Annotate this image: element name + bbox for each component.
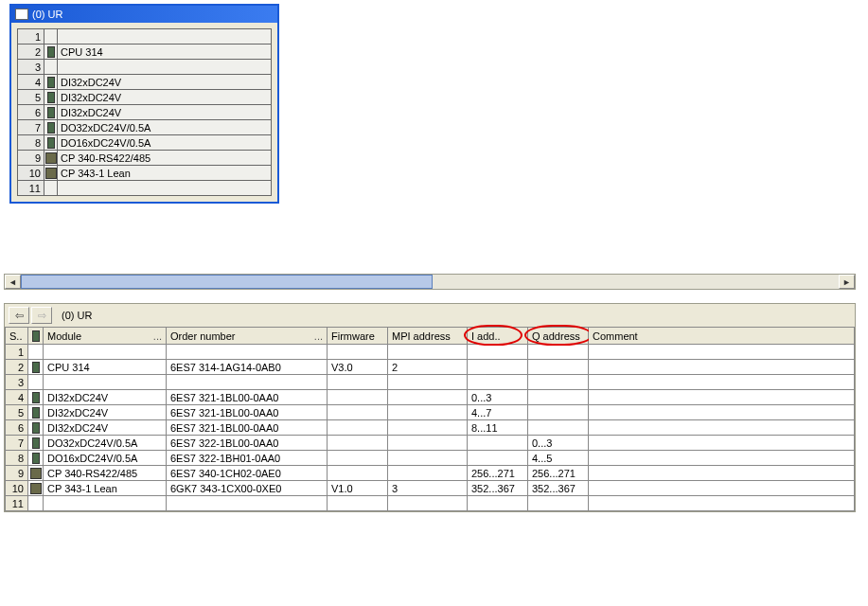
cell-firmware: [328, 451, 388, 466]
rack-row[interactable]: 11: [18, 181, 272, 196]
rack-row[interactable]: 8DO16xDC24V/0.5A: [18, 135, 272, 151]
detail-row[interactable]: 6DI32xDC24V6ES7 321-1BL00-0AA08...11: [6, 420, 855, 436]
cell-q-address: 352...367: [528, 481, 589, 496]
detail-table[interactable]: S.. Module... Order number... Firmware M…: [5, 327, 855, 511]
detail-row[interactable]: 8DO16xDC24V/0.5A6ES7 322-1BH01-0AA04...5: [6, 451, 855, 466]
cell-module: CP 343-1 Lean: [44, 481, 167, 496]
rack-row[interactable]: 3: [18, 60, 272, 75]
cell-firmware: V1.0: [328, 481, 388, 496]
cell-mpi-address: [388, 420, 468, 436]
col-module[interactable]: Module...: [44, 328, 167, 345]
cp-module-icon: [30, 468, 42, 479]
col-comment[interactable]: Comment: [589, 328, 855, 345]
cell-comment: [589, 436, 855, 451]
rack-slot-number: 9: [18, 151, 44, 166]
cell-i-address: 352...367: [468, 481, 528, 496]
nav-forward-button[interactable]: ⇨: [31, 307, 52, 324]
rack-module-icon-cell: [44, 75, 58, 90]
cell-firmware: V3.0: [328, 360, 388, 375]
cell-q-address: 0...3: [528, 436, 589, 451]
detail-row[interactable]: 3: [6, 375, 855, 390]
cell-firmware: [328, 345, 388, 360]
scroll-thumb[interactable]: [21, 275, 433, 289]
cell-comment: [589, 420, 855, 436]
detail-row[interactable]: 2CPU 3146ES7 314-1AG14-0AB0V3.02: [6, 360, 855, 375]
cp-module-icon: [30, 483, 42, 494]
cell-icon: [28, 360, 44, 375]
detail-row[interactable]: 10CP 343-1 Lean6GK7 343-1CX00-0XE0V1.033…: [6, 481, 855, 496]
rack-slot-number: 10: [18, 166, 44, 181]
cell-q-address: 4...5: [528, 451, 589, 466]
rack-table[interactable]: 12CPU 31434DI32xDC24V5DI32xDC24V6DI32xDC…: [17, 28, 272, 196]
cell-order-number: 6ES7 322-1BH01-0AA0: [167, 451, 328, 466]
rack-row[interactable]: 6DI32xDC24V: [18, 105, 272, 120]
detail-row[interactable]: 7DO32xDC24V/0.5A6ES7 322-1BL00-0AA00...3: [6, 436, 855, 451]
detail-row[interactable]: 1: [6, 345, 855, 360]
detail-header-row: S.. Module... Order number... Firmware M…: [6, 328, 855, 345]
detail-row[interactable]: 5DI32xDC24V6ES7 321-1BL00-0AA04...7: [6, 405, 855, 420]
horizontal-scrollbar[interactable]: ◄ ►: [4, 274, 856, 290]
col-firmware[interactable]: Firmware: [328, 328, 388, 345]
scroll-left-button[interactable]: ◄: [5, 275, 21, 289]
rack-window[interactable]: (0) UR 12CPU 31434DI32xDC24V5DI32xDC24V6…: [9, 4, 279, 204]
module-icon: [47, 122, 55, 134]
cell-comment: [589, 360, 855, 375]
rack-module-name: [58, 181, 272, 196]
rack-slot-number: 11: [18, 181, 44, 196]
cell-order-number: 6ES7 321-1BL00-0AA0: [167, 405, 328, 420]
cell-q-address: [528, 420, 589, 436]
rack-module-name: DI32xDC24V: [58, 105, 272, 120]
window-titlebar[interactable]: (0) UR: [11, 6, 277, 23]
nav-back-button[interactable]: ⇦: [9, 307, 29, 324]
cell-module: CP 340-RS422/485: [44, 466, 167, 481]
cell-icon: [28, 466, 44, 481]
scroll-right-button[interactable]: ►: [839, 275, 855, 289]
rack-row[interactable]: 2CPU 314: [18, 45, 272, 60]
scroll-track[interactable]: [433, 275, 839, 289]
cell-order-number: 6ES7 340-1CH02-0AE0: [167, 466, 328, 481]
rack-row[interactable]: 9CP 340-RS422/485: [18, 151, 272, 166]
cell-slot: 8: [6, 451, 28, 466]
rack-row[interactable]: 10CP 343-1 Lean: [18, 166, 272, 181]
rack-row[interactable]: 4DI32xDC24V: [18, 75, 272, 90]
cell-firmware: [328, 436, 388, 451]
cell-module: DO32xDC24V/0.5A: [44, 436, 167, 451]
cell-icon: [28, 451, 44, 466]
col-slot[interactable]: S..: [6, 328, 28, 345]
module-icon: [32, 437, 40, 449]
cell-icon: [28, 481, 44, 496]
col-q-address[interactable]: Q address: [528, 328, 589, 345]
col-order-number[interactable]: Order number...: [167, 328, 328, 345]
rack-module-icon-cell: [44, 181, 58, 196]
rack-slot-number: 7: [18, 120, 44, 135]
rack-slot-number: 6: [18, 105, 44, 120]
col-icon[interactable]: [28, 328, 44, 345]
detail-row[interactable]: 9CP 340-RS422/4856ES7 340-1CH02-0AE0256.…: [6, 466, 855, 481]
cell-mpi-address: 3: [388, 481, 468, 496]
cell-i-address: 256...271: [468, 466, 528, 481]
cell-icon: [28, 375, 44, 390]
cell-mpi-address: [388, 390, 468, 405]
rack-row[interactable]: 1: [18, 29, 272, 45]
col-mpi-address[interactable]: MPI address: [388, 328, 468, 345]
rack-row[interactable]: 5DI32xDC24V: [18, 90, 272, 105]
cell-mpi-address: [388, 466, 468, 481]
cell-icon: [28, 345, 44, 360]
cp-module-icon: [45, 168, 57, 179]
cell-mpi-address: [388, 436, 468, 451]
rack-slot-number: 2: [18, 45, 44, 60]
module-icon: [32, 453, 40, 464]
cell-order-number: 6ES7 321-1BL00-0AA0: [167, 390, 328, 405]
rack-module-icon-cell: [44, 151, 58, 166]
rack-module-icon-cell: [44, 120, 58, 135]
rack-module-icon-cell: [44, 45, 58, 60]
cell-module: [44, 496, 167, 511]
detail-row[interactable]: 4DI32xDC24V6ES7 321-1BL00-0AA00...3: [6, 390, 855, 405]
detail-row[interactable]: 11: [6, 496, 855, 511]
col-i-address[interactable]: I add..: [468, 328, 528, 345]
cell-mpi-address: 2: [388, 360, 468, 375]
cell-q-address: 256...271: [528, 466, 589, 481]
rack-row[interactable]: 7DO32xDC24V/0.5A: [18, 120, 272, 135]
cell-order-number: 6ES7 314-1AG14-0AB0: [167, 360, 328, 375]
rack-module-name: DI32xDC24V: [58, 75, 272, 90]
